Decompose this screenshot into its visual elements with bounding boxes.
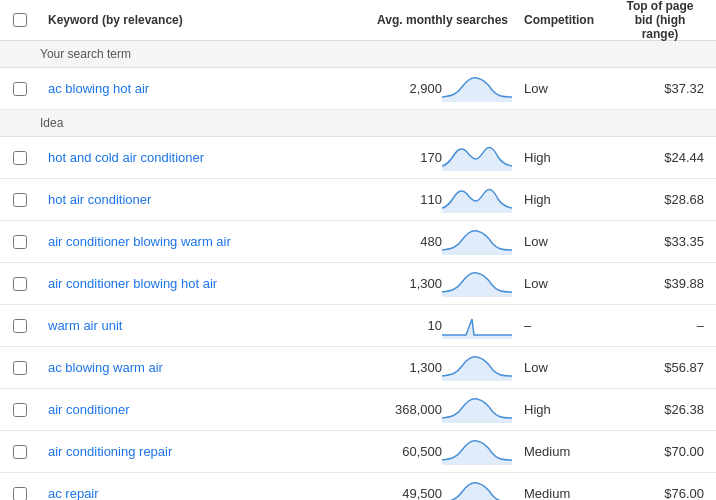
searches-cell: 49,500 <box>336 477 516 500</box>
keyword-link[interactable]: warm air unit <box>48 318 122 333</box>
keyword-cell: ac blowing warm air <box>40 360 336 375</box>
searches-cell: 170 <box>336 141 516 174</box>
competition-cell: Medium <box>516 444 616 459</box>
table-row: air conditioner368,000High$26.38 <box>0 389 716 431</box>
table-row: hot and cold air conditioner170High$24.4… <box>0 137 716 179</box>
competition-cell: High <box>516 192 616 207</box>
bid-cell: $28.68 <box>616 192 716 207</box>
row-checkbox[interactable] <box>13 319 27 333</box>
row-checkbox[interactable] <box>13 277 27 291</box>
table-row: hot air conditioner110High$28.68 <box>0 179 716 221</box>
keyword-link[interactable]: ac blowing hot air <box>48 81 149 96</box>
row-checkbox-cell[interactable] <box>0 319 40 333</box>
sparkline-icon <box>442 393 512 426</box>
keyword-table: Keyword (by relevance) Avg. monthly sear… <box>0 0 716 500</box>
bid-cell: $33.35 <box>616 234 716 249</box>
competition-cell: Low <box>516 276 616 291</box>
bid-cell: – <box>616 318 716 333</box>
search-number: 49,500 <box>387 486 442 500</box>
sparkline-icon <box>442 72 512 105</box>
row-checkbox-cell[interactable] <box>0 235 40 249</box>
table-row: ac blowing warm air1,300Low$56.87 <box>0 347 716 389</box>
select-all-checkbox[interactable] <box>13 13 27 27</box>
keyword-link[interactable]: ac repair <box>48 486 99 500</box>
table-body: Your search termac blowing hot air2,900L… <box>0 41 716 500</box>
competition-cell: High <box>516 402 616 417</box>
keyword-link[interactable]: hot and cold air conditioner <box>48 150 204 165</box>
keyword-link[interactable]: hot air conditioner <box>48 192 151 207</box>
row-checkbox[interactable] <box>13 445 27 459</box>
search-number: 480 <box>387 234 442 249</box>
row-checkbox[interactable] <box>13 361 27 375</box>
bid-cell: $39.88 <box>616 276 716 291</box>
bid-cell: $26.38 <box>616 402 716 417</box>
table-header: Keyword (by relevance) Avg. monthly sear… <box>0 0 716 41</box>
bid-cell: $70.00 <box>616 444 716 459</box>
searches-cell: 2,900 <box>336 72 516 105</box>
bid-cell: $24.44 <box>616 150 716 165</box>
searches-cell: 368,000 <box>336 393 516 426</box>
keyword-cell: air conditioner <box>40 402 336 417</box>
sparkline-icon <box>442 435 512 468</box>
sparkline-icon <box>442 351 512 384</box>
row-checkbox-cell[interactable] <box>0 487 40 501</box>
row-checkbox-cell[interactable] <box>0 82 40 96</box>
keyword-cell: warm air unit <box>40 318 336 333</box>
table-row: ac blowing hot air2,900Low$37.32 <box>0 68 716 110</box>
search-number: 170 <box>387 150 442 165</box>
searches-cell: 480 <box>336 225 516 258</box>
sparkline-icon <box>442 477 512 500</box>
keyword-link[interactable]: air conditioner blowing warm air <box>48 234 231 249</box>
keyword-link[interactable]: air conditioner blowing hot air <box>48 276 217 291</box>
row-checkbox-cell[interactable] <box>0 361 40 375</box>
row-checkbox-cell[interactable] <box>0 151 40 165</box>
table-row: air conditioner blowing warm air480Low$3… <box>0 221 716 263</box>
competition-cell: – <box>516 318 616 333</box>
sparkline-icon <box>442 225 512 258</box>
row-checkbox[interactable] <box>13 487 27 501</box>
keyword-cell: hot air conditioner <box>40 192 336 207</box>
row-checkbox[interactable] <box>13 82 27 96</box>
row-checkbox-cell[interactable] <box>0 193 40 207</box>
sparkline-icon <box>442 183 512 216</box>
bid-cell: $37.32 <box>616 81 716 96</box>
row-checkbox[interactable] <box>13 193 27 207</box>
keyword-cell: air conditioning repair <box>40 444 336 459</box>
table-row: ac repair49,500Medium$76.00 <box>0 473 716 500</box>
search-number: 1,300 <box>387 276 442 291</box>
header-checkbox-cell[interactable] <box>0 13 40 27</box>
row-checkbox[interactable] <box>13 235 27 249</box>
bid-cell: $76.00 <box>616 486 716 500</box>
row-checkbox-cell[interactable] <box>0 445 40 459</box>
search-number: 368,000 <box>387 402 442 417</box>
competition-cell: Low <box>516 360 616 375</box>
search-number: 60,500 <box>387 444 442 459</box>
keyword-cell: air conditioner blowing warm air <box>40 234 336 249</box>
searches-cell: 1,300 <box>336 267 516 300</box>
table-row: warm air unit10–– <box>0 305 716 347</box>
row-checkbox-cell[interactable] <box>0 277 40 291</box>
searches-cell: 10 <box>336 309 516 342</box>
keyword-link[interactable]: ac blowing warm air <box>48 360 163 375</box>
keyword-link[interactable]: air conditioner <box>48 402 130 417</box>
row-checkbox[interactable] <box>13 403 27 417</box>
keyword-column-header: Keyword (by relevance) <box>40 13 336 27</box>
bid-column-header: Top of page bid (high range) <box>616 0 716 41</box>
bid-cell: $56.87 <box>616 360 716 375</box>
sparkline-icon <box>442 309 512 342</box>
search-number: 2,900 <box>387 81 442 96</box>
competition-cell: High <box>516 150 616 165</box>
search-number: 10 <box>387 318 442 333</box>
search-number: 110 <box>387 192 442 207</box>
competition-cell: Low <box>516 234 616 249</box>
keyword-cell: air conditioner blowing hot air <box>40 276 336 291</box>
competition-column-header: Competition <box>516 13 616 27</box>
row-checkbox[interactable] <box>13 151 27 165</box>
competition-cell: Low <box>516 81 616 96</box>
sparkline-icon <box>442 267 512 300</box>
row-checkbox-cell[interactable] <box>0 403 40 417</box>
section-label: Your search term <box>0 41 716 68</box>
keyword-link[interactable]: air conditioning repair <box>48 444 172 459</box>
section-label: Idea <box>0 110 716 137</box>
table-row: air conditioning repair60,500Medium$70.0… <box>0 431 716 473</box>
